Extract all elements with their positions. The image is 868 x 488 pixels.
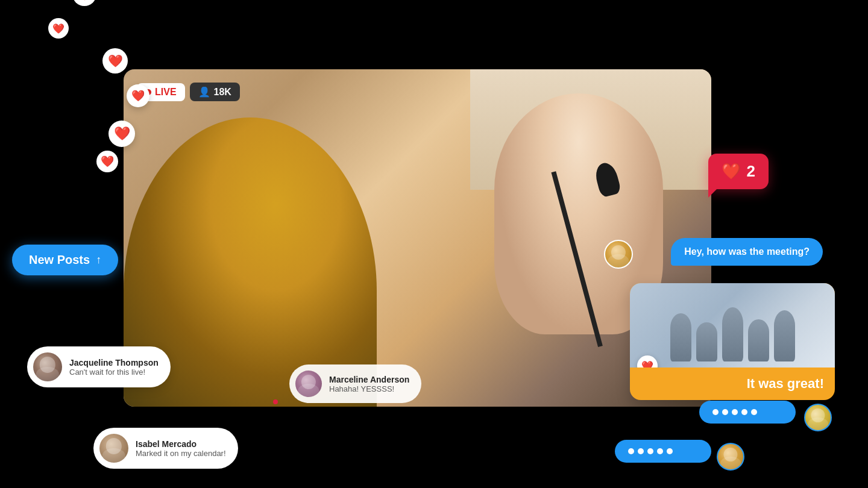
typing-indicator-1	[699, 401, 796, 424]
like-notification: ❤️ 2	[708, 154, 769, 189]
typing-dot-3	[732, 409, 738, 415]
chat-question-bubble: Hey, how was the meeting?	[671, 238, 823, 266]
meeting-person-2	[696, 322, 717, 361]
typing-dot-7	[638, 448, 644, 454]
like-count: 2	[747, 162, 755, 181]
meeting-people-group	[630, 283, 835, 368]
comment-jacqueline: Jacqueline Thompson Can't wait for this …	[27, 346, 171, 387]
heart-float-7: ❤️	[108, 120, 135, 147]
heart-icon-4: ❤️	[52, 23, 64, 34]
person-icon: 👤	[198, 86, 210, 98]
video-player: LIVE 👤 18K Marceline Anderson Hahaha! YE…	[124, 69, 711, 407]
orange-card-reply: It was great!	[630, 368, 835, 400]
isabel-name: Isabel Mercado	[136, 439, 226, 449]
typing-dot-8	[647, 448, 653, 454]
heart-icon-7: ❤️	[114, 126, 130, 142]
heart-icon-5: ❤️	[108, 54, 123, 68]
isabel-message: Marked it on my calendar!	[136, 449, 226, 458]
meeting-person-1	[670, 313, 691, 361]
marceline-text: Marceline Anderson Hahaha! YESSSS!	[329, 375, 409, 393]
jacqueline-avatar	[33, 352, 62, 381]
typing-dot-10	[667, 448, 673, 454]
orange-meeting-card: ❤️ It was great!	[630, 283, 835, 400]
typing-dot-6	[628, 448, 634, 454]
typing-avatar-2	[717, 443, 744, 471]
chat-question-text: Hey, how was the meeting?	[684, 246, 810, 257]
typing-indicator-2	[615, 440, 711, 463]
heart-icon-8: ❤️	[101, 155, 114, 168]
marceline-message: Hahaha! YESSSS!	[329, 384, 409, 393]
heart-icon: ❤️	[722, 162, 741, 181]
comment-marceline: Marceline Anderson Hahaha! YESSSS!	[289, 364, 421, 403]
typing-dot-5	[751, 409, 757, 415]
heart-icon-6: ❤️	[131, 89, 145, 102]
typing-dot-1	[712, 409, 719, 415]
isabel-avatar	[99, 434, 128, 463]
new-posts-button[interactable]: New Posts ↑	[12, 245, 118, 275]
typing-dot-4	[741, 409, 747, 415]
new-posts-label: New Posts	[29, 253, 90, 267]
heart-icon-3: ❤️	[77, 0, 92, 1]
typing-avatar-1	[804, 404, 832, 431]
jacqueline-message: Can't wait for this live!	[69, 368, 159, 377]
red-indicator-dot	[273, 399, 278, 404]
typing-dot-9	[657, 448, 663, 454]
meeting-image: ❤️	[630, 283, 835, 368]
live-label: LIVE	[155, 87, 177, 98]
marceline-name: Marceline Anderson	[329, 375, 409, 384]
viewers-pill: 👤 18K	[190, 83, 240, 101]
heart-float-6: ❤️	[127, 84, 149, 107]
meeting-person-4	[748, 319, 769, 361]
video-background	[124, 69, 711, 407]
arrow-up-icon: ↑	[96, 254, 101, 266]
heart-float-8: ❤️	[96, 151, 118, 172]
meeting-person-5	[774, 310, 795, 361]
jacqueline-name: Jacqueline Thompson	[69, 358, 159, 368]
isabel-text: Isabel Mercado Marked it on my calendar!	[136, 439, 226, 458]
heart-float-3: ❤️	[72, 0, 96, 6]
heart-float-4: ❤️	[48, 18, 69, 39]
heart-float-5: ❤️	[102, 48, 128, 74]
comment-isabel: Isabel Mercado Marked it on my calendar!	[93, 428, 238, 469]
typing-dot-2	[722, 409, 728, 415]
marceline-avatar	[295, 371, 322, 397]
chat-sender-avatar	[604, 240, 633, 269]
viewers-count: 18K	[214, 87, 231, 98]
live-badge-group: LIVE 👤 18K	[137, 83, 240, 101]
jacqueline-text: Jacqueline Thompson Can't wait for this …	[69, 358, 159, 377]
meeting-person-3	[722, 307, 743, 361]
